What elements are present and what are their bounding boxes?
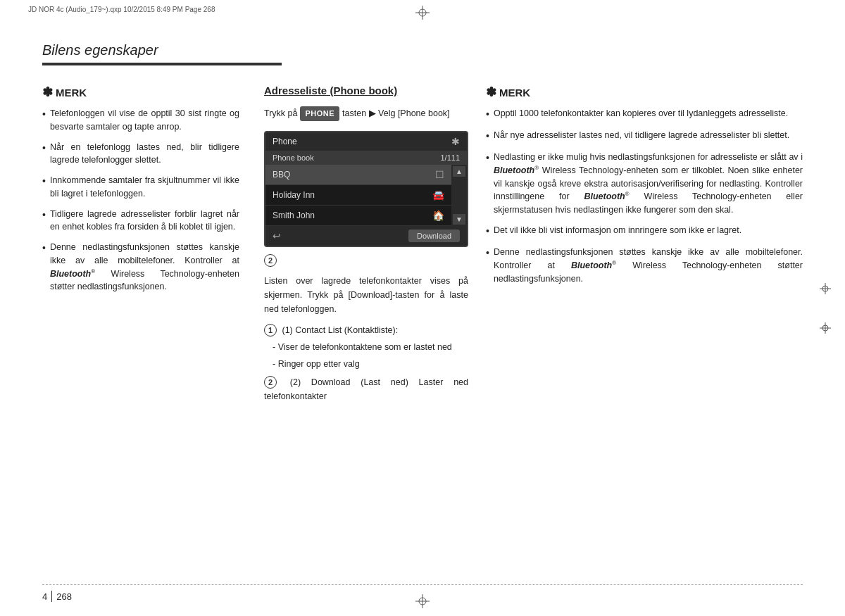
- page-num-divider: [51, 591, 52, 602]
- description-text: Listen over lagrede telefonkontakter vis…: [264, 274, 468, 316]
- phone-button: PHONE: [300, 106, 339, 121]
- row-text-holiday: Holiday Inn: [273, 190, 432, 200]
- scroll-down-btn[interactable]: ▼: [453, 214, 465, 225]
- phonebook-count: 1/111: [440, 153, 460, 162]
- circle-2: 2: [264, 376, 277, 389]
- left-heading-text: MERK: [56, 87, 87, 99]
- bluetooth-italic-r3: Bluetooth: [571, 260, 612, 270]
- row-text-bbq: BBQ: [273, 170, 435, 180]
- phone-row-bbq: BBQ ☐: [265, 165, 451, 185]
- phone-ui-mockup: Phone ✱ Phone book 1/111 BBQ ☐ Holiday I…: [264, 131, 468, 247]
- back-btn[interactable]: ↩: [273, 230, 281, 241]
- item1-heading: 1 (1) Contact List (Kontaktliste):: [264, 323, 468, 337]
- middle-column: Adresseliste (Phone book) Trykk på PHONE…: [254, 84, 479, 560]
- list-item: Denne nedlastingsfunksjonen støttes kans…: [486, 246, 803, 285]
- phone-ui-controls: ↩ Download: [265, 226, 467, 246]
- bluetooth-italic-r: Bluetooth: [494, 165, 534, 175]
- page-num-right: 268: [56, 591, 72, 602]
- left-note-heading: ✽ MERK: [42, 84, 239, 100]
- list-item: Nedlasting er ikke mulig hvis nedlasting…: [486, 151, 803, 217]
- section-divider: [42, 63, 282, 65]
- phone-row-smith: Smith John 🏠: [265, 206, 451, 226]
- list-item: Telefonloggen vil vise de opptil 30 sist…: [42, 107, 239, 134]
- list-rows: BBQ ☐ Holiday Inn 🚘 Smith John 🏠: [265, 165, 451, 226]
- footer-divider: [42, 584, 803, 585]
- phone-ui-header: Phone ✱: [265, 132, 467, 151]
- right-column: ✽ MERK Opptil 1000 telefonkontakter kan …: [479, 84, 803, 560]
- row-text-smith: Smith John: [273, 210, 432, 220]
- content-area: ✽ MERK Telefonloggen vil vise de opptil …: [42, 84, 803, 560]
- list-item: Tidligere lagrede adresselister forblir …: [42, 208, 239, 234]
- row-icon-smith: 🏠: [432, 210, 444, 221]
- addr-title: Adresseliste (Phone book): [264, 84, 468, 96]
- right-bullet-list: Opptil 1000 telefonkontakter kan kopiere…: [486, 107, 803, 285]
- bluetooth-italic-r2: Bluetooth: [584, 192, 625, 202]
- reg-mark-top: [415, 6, 430, 20]
- item1-sub1: - Viser de telefonkontaktene som er last…: [264, 340, 468, 354]
- phone-ui-header-label: Phone: [273, 137, 297, 146]
- right-asterisk: ✽: [486, 84, 496, 100]
- phone-row-holiday: Holiday Inn 🚘: [265, 185, 451, 206]
- list-item: Det vil ikke bli vist informasjon om inn…: [486, 224, 803, 239]
- header-text: JD NOR 4c (Audio_179~).qxp 10/2/2015 8:4…: [28, 6, 215, 13]
- scroll-bar: ▲ ▼: [451, 165, 467, 226]
- list-item: Innkommende samtaler fra skjultnummer vi…: [42, 174, 239, 201]
- phone-ui-subheader: Phone book 1/111: [265, 151, 467, 165]
- list-item: Når en telefonlogg lastes ned, blir tidl…: [42, 141, 239, 168]
- right-note-heading: ✽ MERK: [486, 84, 803, 100]
- item2-heading: 2 (2) Download (Last ned) Laster ned tel…: [264, 375, 468, 403]
- bluetooth-italic: Bluetooth: [50, 269, 91, 279]
- right-heading-text: MERK: [499, 87, 530, 99]
- bluetooth-icon: ✱: [451, 136, 460, 147]
- left-bullet-list: Telefonloggen vil vise de opptil 30 sist…: [42, 107, 239, 294]
- left-column: ✽ MERK Telefonloggen vil vise de opptil …: [42, 84, 254, 560]
- list-item: Denne nedlastingsfunksjonen støttes kans…: [42, 241, 239, 294]
- download-btn[interactable]: Download: [408, 230, 460, 242]
- instructions-list: Listen over lagrede telefonkontakter vis…: [264, 274, 468, 403]
- circle-1: 1: [264, 324, 277, 337]
- page-num-left: 4: [42, 591, 47, 602]
- list-row-container: BBQ ☐ Holiday Inn 🚘 Smith John 🏠 ▲: [265, 165, 467, 226]
- row-icon-holiday: 🚘: [432, 189, 444, 201]
- circle-label-2: 2: [264, 254, 277, 267]
- reg-right-side: [820, 283, 831, 334]
- left-asterisk: ✽: [42, 84, 53, 100]
- section-header: Bilens egenskaper: [42, 42, 803, 65]
- list-item: Opptil 1000 telefonkontakter kan kopiere…: [486, 107, 803, 122]
- list-item: Når nye adresselister lastes ned, vil ti…: [486, 129, 803, 144]
- phonebook-label: Phone book: [273, 153, 314, 162]
- instruction-text: Trykk på PHONE tasten ▶ Velg [Phone book…: [264, 106, 468, 121]
- item1-sub2: - Ringer opp etter valg: [264, 357, 468, 371]
- section-title: Bilens egenskaper: [42, 42, 803, 58]
- scroll-up-btn[interactable]: ▲: [453, 166, 465, 177]
- reg-bottom-center: [415, 594, 430, 610]
- row-icon-bbq: ☐: [435, 169, 444, 180]
